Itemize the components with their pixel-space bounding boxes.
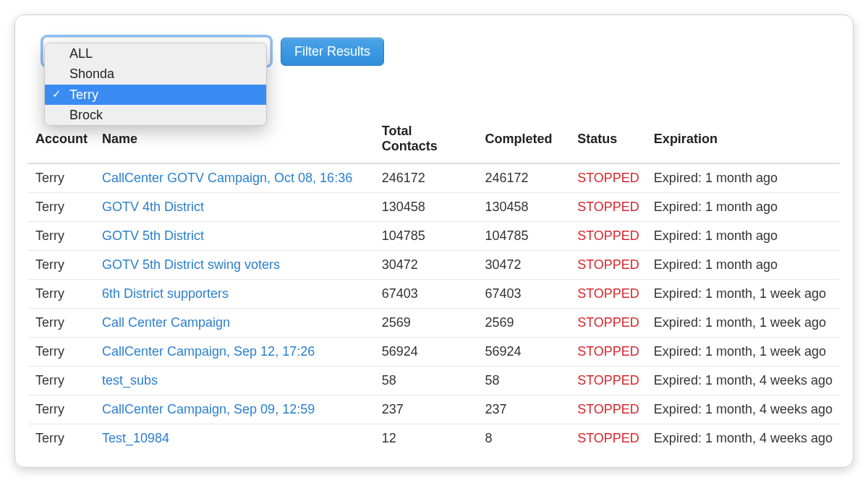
- cell-account: Terry: [28, 222, 95, 251]
- table-row: TerryCallCenter GOTV Campaign, Oct 08, 1…: [28, 163, 840, 193]
- cell-name: CallCenter Campaign, Sep 09, 12:59: [95, 395, 375, 424]
- account-select-dropdown[interactable]: ALLShonda✓TerryBrock: [44, 43, 267, 126]
- cell-total: 104785: [375, 222, 478, 251]
- cell-completed: 237: [477, 395, 570, 424]
- cell-account: Terry: [28, 424, 95, 453]
- cell-account: Terry: [28, 251, 95, 280]
- cell-status: STOPPED: [570, 424, 647, 453]
- cell-name: GOTV 4th District: [95, 193, 375, 222]
- account-option-label: ALL: [69, 46, 93, 61]
- cell-total: 12: [375, 424, 478, 453]
- table-row: Terry6th District supporters6740367403ST…: [28, 280, 840, 309]
- account-option-label: Terry: [69, 87, 98, 102]
- cell-name: Test_10984: [95, 424, 375, 453]
- account-option[interactable]: ALL: [45, 43, 266, 64]
- cell-name: CallCenter GOTV Campaign, Oct 08, 16:36: [95, 163, 375, 193]
- table-row: TerryCallCenter Campaign, Sep 12, 17:265…: [28, 338, 840, 367]
- status-badge: STOPPED: [577, 431, 639, 445]
- col-status-header: Status: [570, 116, 647, 163]
- col-completed-header: Completed: [477, 116, 570, 163]
- cell-account: Terry: [28, 163, 95, 193]
- cell-expiration: Expired: 1 month, 1 week ago: [647, 309, 840, 338]
- cell-status: STOPPED: [570, 193, 647, 222]
- cell-expiration: Expired: 1 month ago: [647, 163, 840, 193]
- account-option[interactable]: Shonda: [45, 64, 266, 84]
- table-row: TerryCallCenter Campaign, Sep 09, 12:592…: [28, 395, 840, 424]
- status-badge: STOPPED: [577, 286, 639, 301]
- check-icon: ✓: [52, 87, 61, 101]
- panel: Terry Filter Results ALLShonda✓TerryBroc…: [14, 14, 854, 468]
- status-badge: STOPPED: [577, 171, 639, 185]
- cell-name: GOTV 5th District swing voters: [95, 251, 375, 280]
- cell-status: STOPPED: [570, 163, 647, 193]
- campaign-link[interactable]: GOTV 5th District: [102, 228, 204, 243]
- status-badge: STOPPED: [577, 344, 639, 359]
- table-row: Terrytest_subs5858STOPPEDExpired: 1 mont…: [28, 367, 840, 395]
- cell-total: 30472: [375, 251, 478, 280]
- cell-expiration: Expired: 1 month, 4 weeks ago: [647, 395, 840, 424]
- cell-expiration: Expired: 1 month ago: [647, 222, 840, 251]
- campaign-link[interactable]: Test_10984: [102, 431, 169, 445]
- campaign-link[interactable]: CallCenter GOTV Campaign, Oct 08, 16:36: [102, 171, 352, 185]
- cell-total: 237: [375, 395, 478, 424]
- campaign-link[interactable]: test_subs: [102, 373, 158, 387]
- status-badge: STOPPED: [577, 373, 639, 387]
- cell-name: test_subs: [95, 367, 375, 395]
- cell-account: Terry: [28, 338, 95, 367]
- cell-status: STOPPED: [570, 338, 647, 367]
- account-option-label: Brock: [69, 108, 103, 122]
- cell-status: STOPPED: [570, 280, 647, 309]
- status-badge: STOPPED: [577, 200, 639, 214]
- account-option[interactable]: Brock: [45, 105, 266, 125]
- cell-account: Terry: [28, 309, 95, 338]
- cell-completed: 8: [477, 424, 570, 453]
- cell-expiration: Expired: 1 month ago: [647, 193, 840, 222]
- cell-status: STOPPED: [570, 395, 647, 424]
- cell-status: STOPPED: [570, 367, 647, 395]
- cell-expiration: Expired: 1 month, 4 weeks ago: [647, 367, 840, 395]
- campaign-link[interactable]: Call Center Campaign: [102, 315, 230, 330]
- status-badge: STOPPED: [577, 402, 639, 416]
- account-option-label: Shonda: [69, 67, 114, 81]
- cell-total: 58: [375, 367, 478, 395]
- table-row: TerryGOTV 5th District swing voters30472…: [28, 251, 840, 280]
- cell-completed: 2569: [477, 309, 570, 338]
- cell-status: STOPPED: [570, 251, 647, 280]
- cell-expiration: Expired: 1 month, 1 week ago: [647, 338, 840, 367]
- cell-name: Call Center Campaign: [95, 309, 375, 338]
- cell-expiration: Expired: 1 month ago: [647, 251, 840, 280]
- cell-completed: 130458: [477, 193, 570, 222]
- campaign-link[interactable]: 6th District supporters: [102, 286, 229, 301]
- cell-completed: 58: [477, 367, 570, 395]
- account-option[interactable]: ✓Terry: [45, 85, 266, 105]
- col-total-header: Total Contacts: [375, 116, 478, 163]
- filter-results-button[interactable]: Filter Results: [281, 38, 384, 66]
- col-expiration-header: Expiration: [647, 116, 840, 163]
- cell-completed: 67403: [477, 280, 570, 309]
- cell-name: GOTV 5th District: [95, 222, 375, 251]
- cell-total: 67403: [375, 280, 478, 309]
- cell-expiration: Expired: 1 month, 4 weeks ago: [647, 424, 840, 453]
- cell-account: Terry: [28, 280, 95, 309]
- cell-name: 6th District supporters: [95, 280, 375, 309]
- cell-completed: 104785: [477, 222, 570, 251]
- cell-total: 2569: [375, 309, 478, 338]
- cell-total: 56924: [375, 338, 478, 367]
- cell-expiration: Expired: 1 month, 1 week ago: [647, 280, 840, 309]
- campaign-link[interactable]: GOTV 4th District: [102, 200, 204, 214]
- campaign-link[interactable]: CallCenter Campaign, Sep 09, 12:59: [102, 402, 315, 416]
- campaign-link[interactable]: GOTV 5th District swing voters: [102, 257, 280, 272]
- status-badge: STOPPED: [577, 257, 639, 272]
- cell-account: Terry: [28, 193, 95, 222]
- cell-completed: 30472: [477, 251, 570, 280]
- cell-total: 246172: [375, 163, 478, 193]
- cell-status: STOPPED: [570, 222, 647, 251]
- cell-name: CallCenter Campaign, Sep 12, 17:26: [95, 338, 375, 367]
- table-row: TerryTest_10984128STOPPEDExpired: 1 mont…: [28, 424, 840, 453]
- campaign-link[interactable]: CallCenter Campaign, Sep 12, 17:26: [102, 344, 315, 359]
- cell-account: Terry: [28, 395, 95, 424]
- cell-account: Terry: [28, 367, 95, 395]
- status-badge: STOPPED: [577, 315, 639, 330]
- cell-status: STOPPED: [570, 309, 647, 338]
- campaigns-table: Account Name Total Contacts Completed St…: [28, 116, 840, 453]
